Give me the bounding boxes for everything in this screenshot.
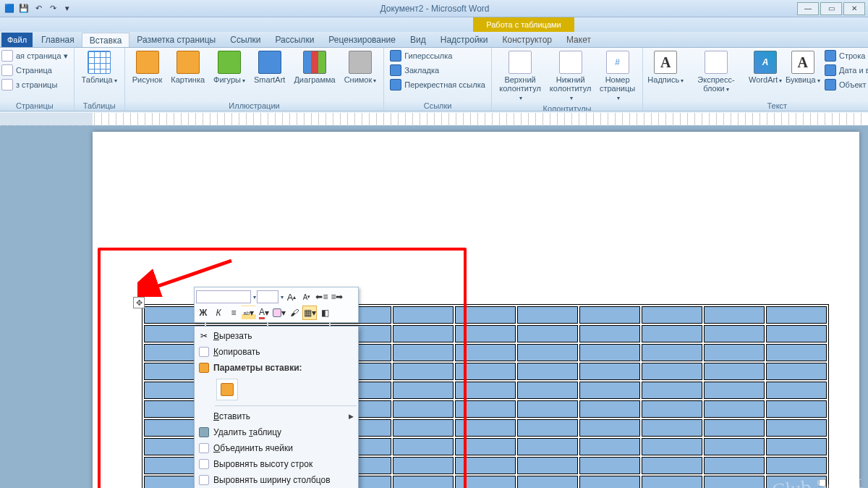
table-cell[interactable] (642, 363, 702, 380)
chart-button[interactable]: Диаграмма (291, 49, 338, 85)
table-cell[interactable] (766, 363, 827, 380)
table-cell[interactable] (579, 344, 640, 361)
table-cell[interactable] (579, 306, 640, 324)
table-cell[interactable] (517, 438, 578, 455)
crossref-button[interactable]: Перекрестная ссылка (388, 78, 487, 91)
table-cell[interactable] (517, 306, 578, 324)
table-cell[interactable] (642, 400, 702, 418)
table-cell[interactable] (579, 363, 640, 380)
menu-copy[interactable]: Копировать (195, 344, 358, 360)
table-cell[interactable] (393, 438, 454, 455)
table-cell[interactable] (642, 344, 702, 361)
increase-indent-button[interactable]: ≡➡ (330, 290, 344, 304)
redo-button[interactable]: ↷ (46, 2, 59, 15)
table-cell[interactable] (642, 476, 702, 488)
clipart-button[interactable]: Картинка (168, 49, 208, 85)
borders-button[interactable]: ▦▾ (302, 306, 317, 320)
table-cell[interactable] (766, 400, 827, 418)
table-cell[interactable] (704, 344, 765, 361)
table-cell[interactable] (393, 306, 454, 324)
table-cell[interactable] (766, 457, 827, 474)
minimize-button[interactable]: — (797, 2, 819, 15)
blank-page-button[interactable]: Страница (0, 64, 69, 77)
table-cell[interactable] (704, 325, 765, 342)
table-cell[interactable] (704, 363, 765, 380)
table-cell[interactable] (579, 325, 640, 342)
tab-addins[interactable]: Надстройки (433, 33, 495, 47)
table-cell[interactable] (517, 382, 578, 399)
picture-button[interactable]: Рисунок (129, 49, 166, 85)
menu-merge-cells[interactable]: Объединить ячейки (195, 440, 358, 456)
table-cell[interactable] (455, 382, 516, 399)
table-cell[interactable] (455, 419, 516, 437)
table-cell[interactable] (517, 400, 578, 418)
tab-review[interactable]: Рецензирование (321, 33, 403, 47)
file-tab[interactable]: Файл (1, 33, 33, 47)
table-cell[interactable] (393, 363, 454, 380)
table-cell[interactable] (517, 457, 578, 474)
table-cell[interactable] (766, 325, 827, 342)
undo-button[interactable]: ↶ (32, 2, 45, 15)
table-move-handle[interactable]: ✥ (133, 297, 145, 308)
date-time-button[interactable]: Дата и время (823, 64, 868, 77)
menu-distribute-rows[interactable]: Выровнять высоту строк (195, 456, 358, 472)
menu-insert[interactable]: Вставить▶ (195, 408, 358, 424)
header-button[interactable]: Верхний колонтитул ▾ (496, 49, 544, 104)
close-button[interactable]: ✕ (843, 2, 865, 15)
tab-home[interactable]: Главная (34, 33, 82, 47)
page-break-button[interactable]: з страницы (0, 78, 69, 91)
table-cell[interactable] (517, 363, 578, 380)
object-button[interactable]: Объект▾ (823, 78, 868, 91)
tab-page-layout[interactable]: Разметка страницы (129, 33, 223, 47)
table-cell[interactable] (704, 382, 765, 399)
align-button[interactable]: ≡ (226, 306, 241, 320)
font-color-button[interactable]: A▾ (257, 306, 271, 320)
tab-table-layout[interactable]: Макет (559, 33, 598, 47)
shapes-button[interactable]: Фигуры▾ (210, 49, 248, 86)
table-cell[interactable] (393, 419, 454, 437)
table-cell[interactable] (517, 419, 578, 437)
maximize-button[interactable]: ▭ (820, 2, 842, 15)
save-button[interactable]: 💾 (17, 2, 30, 15)
table-cell[interactable] (455, 457, 516, 474)
table-cell[interactable] (766, 382, 827, 399)
table-cell[interactable] (579, 438, 640, 455)
table-cell[interactable] (642, 325, 702, 342)
table-cell[interactable] (642, 419, 702, 437)
table-cell[interactable] (517, 476, 578, 488)
menu-cut[interactable]: ✂ВВырезатьырезать (195, 328, 358, 344)
table-cell[interactable] (766, 419, 827, 437)
table-cell[interactable] (579, 419, 640, 437)
table-cell[interactable] (393, 325, 454, 342)
hyperlink-button[interactable]: Гиперссылка (388, 49, 487, 62)
table-cell[interactable] (393, 476, 454, 488)
word-icon[interactable]: 🟦 (3, 2, 16, 15)
table-cell[interactable] (517, 325, 578, 342)
wordart-button[interactable]: AWordArt▾ (749, 49, 783, 86)
table-cell[interactable] (766, 344, 827, 361)
menu-delete-table[interactable]: Удалить таблицу (195, 424, 358, 440)
bookmark-button[interactable]: Закладка (388, 64, 487, 77)
table-cell[interactable] (393, 344, 454, 361)
table-cell[interactable] (642, 306, 702, 324)
bold-button[interactable]: Ж (196, 306, 210, 320)
quickparts-button[interactable]: Экспресс-блоки▾ (686, 49, 745, 95)
table-cell[interactable] (393, 382, 454, 399)
table-cell[interactable] (579, 382, 640, 399)
table-cell[interactable] (579, 476, 640, 488)
screenshot-button[interactable]: Снимок▾ (341, 49, 380, 86)
font-family-combo[interactable] (196, 290, 251, 303)
table-cell[interactable] (642, 382, 702, 399)
table-cell[interactable] (642, 457, 702, 474)
table-cell[interactable] (704, 476, 765, 488)
shading-button[interactable]: ▾ (272, 306, 286, 320)
format-painter-button[interactable]: 🖌 (287, 306, 302, 320)
table-cell[interactable] (393, 400, 454, 418)
grow-font-button[interactable]: A▴ (284, 290, 299, 304)
table-cell[interactable] (704, 419, 765, 437)
table-cell[interactable] (766, 306, 827, 324)
italic-button[interactable]: К (211, 306, 226, 320)
table-cell[interactable] (455, 400, 516, 418)
table-cell[interactable] (455, 476, 516, 488)
table-cell[interactable] (393, 457, 454, 474)
